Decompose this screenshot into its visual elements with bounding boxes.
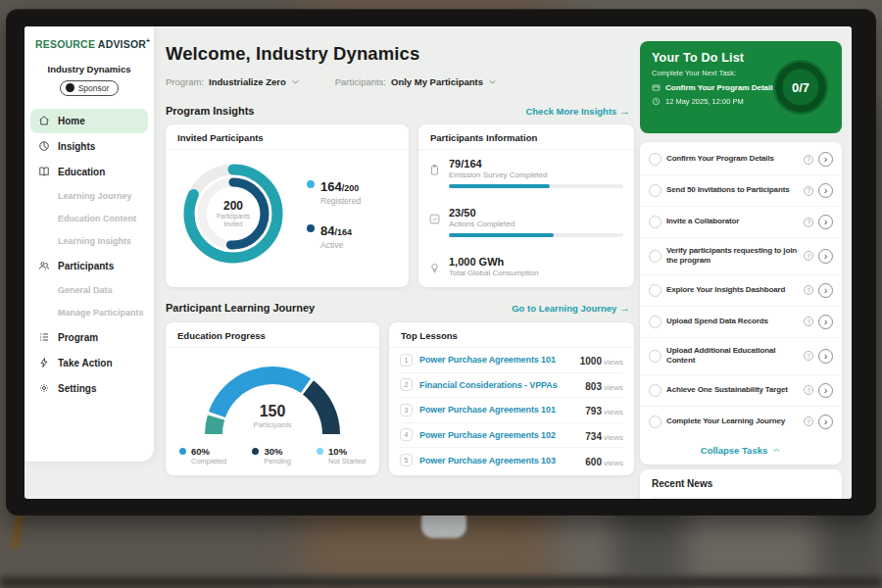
- check-square-icon: [428, 213, 441, 225]
- book-icon: [38, 166, 50, 177]
- task-row: Send 50 Invitations to Participants ? ›: [640, 175, 842, 207]
- chevron-right-button[interactable]: ›: [818, 152, 833, 167]
- chevron-right-button[interactable]: ›: [818, 349, 833, 364]
- chevron-right-button[interactable]: ›: [818, 415, 833, 429]
- lesson-rank: 1: [400, 354, 413, 367]
- registered-label: Registered: [320, 196, 361, 206]
- completed-dot-icon: [179, 448, 186, 455]
- participants-dropdown[interactable]: Participants: Only My Participants: [335, 76, 497, 87]
- views-suffix: views: [604, 408, 623, 416]
- registered-value: 164: [320, 179, 342, 194]
- chevron-right-button[interactable]: ›: [818, 249, 833, 264]
- task-checkbox[interactable]: [649, 216, 662, 228]
- sidebar-item-label: Participants: [58, 261, 114, 271]
- task-label: Upload Additional Educational Content: [666, 346, 799, 367]
- sidebar-item-label: Learning Insights: [58, 236, 131, 246]
- section-title-program-insights: Program Insights: [166, 105, 254, 117]
- lesson-link[interactable]: Power Purchase Agreements 101: [419, 355, 573, 365]
- donut-center-label: 200 Participants Invited: [175, 156, 291, 271]
- help-icon[interactable]: ?: [804, 186, 813, 196]
- stat-label: Actions Completed: [449, 220, 623, 228]
- lesson-link[interactable]: Power Purchase Agreements 103: [419, 456, 578, 466]
- lesson-link[interactable]: Power Purchase Agreements 101: [419, 405, 578, 415]
- chevron-right-button[interactable]: ›: [818, 215, 833, 229]
- sidebar-item-home[interactable]: Home: [30, 109, 148, 133]
- sidebar-nav: Home Insights Education Learning Journey: [24, 109, 154, 401]
- top-lessons-card: Top Lessons 1 Power Purchase Agreements …: [389, 322, 634, 475]
- sidebar-item-learning-insights[interactable]: Learning Insights: [24, 230, 154, 253]
- task-label: Explore Your Insights Dashboard: [666, 285, 799, 295]
- list-icon: [38, 331, 50, 343]
- arrow-right-icon: →: [619, 302, 630, 314]
- sidebar-item-take-action[interactable]: Take Action: [30, 351, 148, 375]
- go-to-learning-journey-link[interactable]: Go to Learning Journey →: [512, 302, 630, 314]
- stat-value: 23/50: [449, 207, 623, 219]
- invited-count: 200: [223, 199, 243, 213]
- sidebar-item-education-content[interactable]: Education Content: [24, 208, 154, 230]
- participants-information-stats: 79/164 Emission Survey Completed 23/50 A…: [418, 150, 634, 283]
- sponsor-badge[interactable]: Sponsor: [60, 80, 120, 96]
- help-icon[interactable]: ?: [804, 251, 813, 261]
- card-title: Education Progress: [166, 322, 379, 348]
- task-label: Verify participants requesting to join t…: [666, 246, 799, 267]
- stat-value: 79/164: [449, 158, 623, 170]
- sidebar-item-general-data[interactable]: General Data: [24, 279, 154, 302]
- sidebar-item-manage-participants[interactable]: Manage Participants: [24, 302, 154, 324]
- collapse-tasks-link[interactable]: Collapse Tasks: [640, 437, 842, 463]
- help-icon[interactable]: ?: [804, 416, 813, 426]
- task-checkbox[interactable]: [649, 416, 662, 428]
- invited-participants-chart: 200 Participants Invited 164/200: [166, 150, 409, 271]
- chevron-right-button[interactable]: ›: [818, 383, 833, 398]
- task-row: Invite a Collaborator ? ›: [640, 207, 842, 238]
- sidebar-item-learning-journey[interactable]: Learning Journey: [24, 185, 154, 208]
- help-icon[interactable]: ?: [804, 155, 813, 165]
- task-label: Complete Your Learning Journey: [666, 416, 799, 426]
- not-started-label: Not Started: [328, 457, 366, 466]
- task-checkbox[interactable]: [649, 250, 662, 263]
- help-icon[interactable]: ?: [804, 218, 813, 227]
- sponsor-icon: [66, 83, 74, 92]
- due-date-label: 12 May 2025, 12:00 PM: [665, 97, 744, 106]
- sidebar-item-label: Take Action: [58, 358, 113, 368]
- todo-header-card: Your To Do List Complete Your Next Task:…: [640, 41, 842, 133]
- task-checkbox[interactable]: [649, 350, 662, 363]
- lesson-link[interactable]: Financial Considerations - VPPAs: [419, 380, 578, 390]
- sidebar-item-insights[interactable]: Insights: [30, 134, 148, 159]
- organization-name: Industry Dynamics: [24, 64, 154, 74]
- chevron-right-button[interactable]: ›: [818, 183, 833, 198]
- gauge-center-label: 150 Participants: [179, 403, 366, 429]
- sidebar-item-education[interactable]: Education: [30, 160, 148, 184]
- chevron-right-button[interactable]: ›: [818, 283, 833, 298]
- legend-registered: 164/200 Registered: [307, 177, 361, 206]
- completed-label: Completed: [191, 457, 226, 466]
- task-label: Upload Spend Data Records: [666, 317, 799, 326]
- task-row: Complete Your Learning Journey ? ›: [640, 407, 842, 437]
- sidebar-item-participants[interactable]: Participants: [30, 254, 148, 278]
- progress-track: [449, 233, 623, 237]
- sponsor-label: Sponsor: [78, 83, 110, 93]
- task-checkbox[interactable]: [649, 284, 662, 297]
- program-dropdown[interactable]: Program: Industrialize Zero: [166, 76, 300, 87]
- active-label: Active: [320, 240, 352, 250]
- invited-count-label: Participants: [217, 213, 250, 220]
- sidebar-item-program[interactable]: Program: [30, 325, 148, 350]
- help-icon[interactable]: ?: [804, 385, 813, 395]
- task-checkbox[interactable]: [649, 316, 662, 328]
- lesson-link[interactable]: Power Purchase Agreements 102: [419, 430, 578, 440]
- program-label: Program:: [166, 76, 204, 87]
- task-checkbox[interactable]: [649, 384, 662, 397]
- help-icon[interactable]: ?: [804, 317, 813, 326]
- education-progress-card: Education Progress 150 Participants: [166, 322, 379, 475]
- lesson-rank: 2: [400, 378, 413, 391]
- help-icon[interactable]: ?: [804, 285, 813, 295]
- task-checkbox[interactable]: [649, 184, 662, 197]
- next-task-label: Confirm Your Program Details: [665, 83, 777, 92]
- task-checkbox[interactable]: [649, 153, 662, 166]
- chevron-right-button[interactable]: ›: [818, 315, 833, 329]
- check-more-insights-link[interactable]: Check More Insights →: [525, 105, 630, 117]
- sidebar-item-settings[interactable]: Settings: [30, 376, 148, 401]
- monitor-bezel: RESOURCE ADVISOR+ Industry Dynamics Spon…: [6, 9, 876, 515]
- sidebar: RESOURCE ADVISOR+ Industry Dynamics Spon…: [24, 26, 154, 462]
- link-label: Go to Learning Journey: [512, 303, 616, 314]
- help-icon[interactable]: ?: [804, 351, 813, 361]
